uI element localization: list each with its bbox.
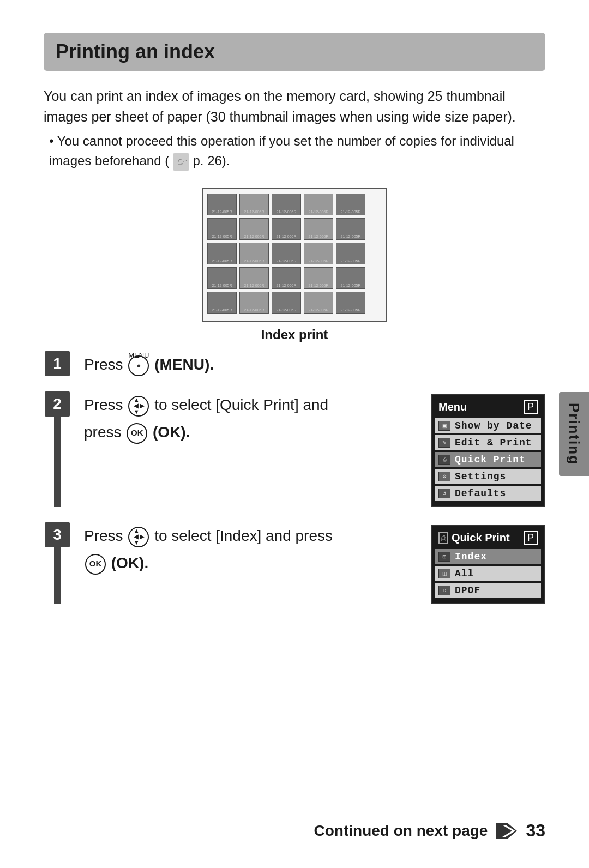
step-2-screen-icon: P	[524, 400, 538, 414]
ref-icon: ☞	[173, 153, 189, 171]
step-3-screen: ⎙ Quick Print P ⊞ Index ◫ All D	[431, 525, 545, 604]
step-1-number-block: 1	[44, 351, 71, 376]
index-print-area: 21-12-005R 21-12-005R 21-12-005R 21-12-0…	[44, 188, 545, 342]
step-2-line1: Press ▲◀ ▶▼ to select [Quick Print] and	[84, 394, 418, 417]
nav-button-icon: ▲◀ ▶▼	[128, 396, 149, 417]
step-2-number: 2	[45, 391, 70, 417]
item-icon-showbydate: ▣	[438, 421, 450, 431]
ok-button-icon: OK	[127, 423, 147, 444]
item-icon-dpof: D	[438, 586, 450, 595]
step-2-row: 2 Press ▲◀ ▶▼ to select [Quick Print] an…	[44, 391, 545, 507]
step-2-screen-item-3: ⎙ Quick Print	[435, 452, 541, 467]
step-3-line2: OK (OK).	[84, 552, 418, 575]
section-title-bar: Printing an index	[44, 33, 545, 71]
step-3-number-block: 3	[44, 522, 71, 604]
svg-rect-4	[498, 825, 502, 837]
step-2-screen-item-1: ▣ Show by Date	[435, 418, 541, 433]
ok-button-icon-3: OK	[85, 554, 106, 575]
step-2-text-block: Press ▲◀ ▶▼ to select [Quick Print] and …	[84, 394, 418, 444]
step-2-line2: press OK (OK).	[84, 421, 418, 444]
nav-cross-3: ▲◀ ▶▼	[134, 528, 144, 546]
step-3-screen-item-1: ⊞ Index	[435, 549, 541, 564]
continue-arrow-icon	[496, 823, 517, 839]
step-3-text-block: Press ▲◀ ▶▼ to select [Index] and press …	[84, 525, 418, 575]
step-3-bar	[54, 547, 61, 604]
item-icon-index: ⊞	[438, 552, 450, 562]
item-icon-settings: ⚙	[438, 472, 450, 481]
nav-button-icon-3: ▲◀ ▶▼	[128, 527, 149, 547]
item-icon-editprint: ✎	[438, 438, 450, 448]
item-icon-all: ◫	[438, 569, 450, 578]
step-3-screen-print-icon: ⎙	[438, 532, 448, 544]
step-3-screen-item-2: ◫ All	[435, 566, 541, 581]
step-3-line1: Press ▲◀ ▶▼ to select [Index] and press	[84, 525, 418, 547]
index-grid-mock: 21-12-005R 21-12-005R 21-12-005R 21-12-0…	[202, 188, 387, 322]
step-3-content: Press ▲◀ ▶▼ to select [Index] and press …	[71, 522, 545, 604]
step-2-bar	[54, 417, 61, 507]
step-3-screen-icon: P	[524, 531, 538, 545]
continued-text: Continued on next page	[314, 822, 488, 840]
item-icon-defaults: ↺	[438, 489, 450, 498]
step-2-content: Press ▲◀ ▶▼ to select [Quick Print] and …	[71, 391, 545, 507]
step-1-text: Press MENU ● (MENU).	[84, 356, 214, 373]
step-2-number-block: 2	[44, 391, 71, 507]
step-2-screen-header: Menu P	[435, 398, 541, 416]
menu-button-icon: MENU ●	[128, 355, 149, 376]
page-number: 33	[526, 821, 545, 841]
intro-para1: You can print an index of images on the …	[44, 86, 545, 127]
step-2-screen-item-2: ✎ Edit & Print	[435, 435, 541, 450]
step-3-screen-item-3: D DPOF	[435, 583, 541, 598]
step-2-screen-title: Menu	[438, 401, 467, 413]
continue-arrow	[496, 823, 517, 839]
menu-dot: ●	[136, 360, 141, 371]
step-3-screen-title: Quick Print	[452, 532, 510, 544]
steps-area: 1 Press MENU ● (MENU). 2	[44, 351, 545, 604]
step-3-screen-header: ⎙ Quick Print P	[435, 529, 541, 547]
step-3-number: 3	[45, 522, 70, 547]
sidebar-printing-tab: Printing	[559, 392, 589, 476]
page-footer: Continued on next page 33	[44, 821, 545, 841]
step-2-screen-item-5: ↺ Defaults	[435, 486, 541, 501]
step-3-row: 3 Press ▲◀ ▶▼ to select [Index] and pres…	[44, 522, 545, 604]
menu-super-label: MENU	[128, 350, 149, 361]
intro-bullet1: • You cannot proceed this operation if y…	[49, 131, 545, 171]
section-title: Printing an index	[56, 40, 533, 63]
step-1-number: 1	[45, 351, 70, 376]
step-1-row: 1 Press MENU ● (MENU).	[44, 351, 545, 376]
nav-cross: ▲◀ ▶▼	[134, 397, 144, 415]
step-2-screen-item-4: ⚙ Settings	[435, 469, 541, 484]
step-2-screen: Menu P ▣ Show by Date ✎ Edit & Print ⎙ Q…	[431, 394, 545, 507]
index-caption: Index print	[261, 327, 328, 342]
step-1-content: Press MENU ● (MENU).	[71, 351, 545, 376]
item-icon-quickprint: ⎙	[438, 455, 450, 465]
